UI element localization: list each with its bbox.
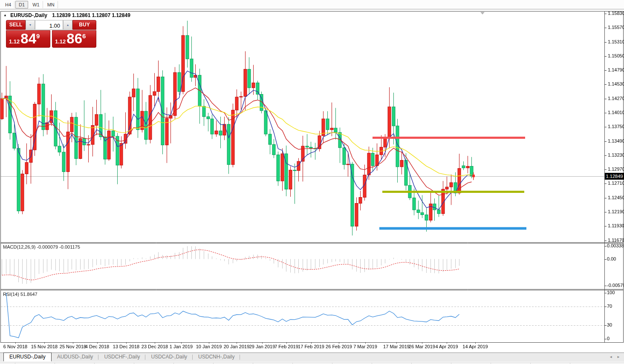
price-axis-tick: 1.12970 xyxy=(608,166,624,172)
sell-price-pip: 9 xyxy=(36,32,40,40)
tab-scroll-left-icon[interactable]: ◄ xyxy=(607,355,615,359)
price-axis-tick: 1.14010 xyxy=(608,110,624,115)
price-axis-tick: 1.13490 xyxy=(608,138,624,143)
date-axis-tick: 10 Jan 2019 xyxy=(196,344,222,349)
sell-price-prefix: 1.12 xyxy=(9,38,20,46)
price-axis-tick: 1.11930 xyxy=(608,223,624,228)
price-axis-tick: 1.11670 xyxy=(608,238,624,243)
date-axis-tick: 20 Jan 2019 xyxy=(224,344,250,349)
macd-axis-tick: 0.003387 xyxy=(607,243,624,248)
volume-decrease-button[interactable]: ▼ xyxy=(26,20,35,30)
timeframe-button-w1[interactable]: W1 xyxy=(29,1,43,9)
chart-canvas[interactable] xyxy=(0,0,624,364)
price-axis-tick: 1.15050 xyxy=(608,53,624,58)
terminal-window: H4 D1 W1 MN ▲ EURUSD-,Daily 1.12839 1.12… xyxy=(0,0,624,364)
price-axis-tick: 1.15570 xyxy=(608,25,624,30)
rsi-axis-tick: 100 xyxy=(607,290,615,295)
sell-price-box[interactable]: 1.12 84 9 xyxy=(6,30,50,48)
sell-button[interactable]: SELL xyxy=(6,20,26,30)
chart-title: ▲ EURUSD-,Daily 1.12839 1.12861 1.12807 … xyxy=(3,12,130,18)
price-axis-tick: 1.12190 xyxy=(608,209,624,214)
bottom-strip xyxy=(0,362,624,364)
chevron-down-icon: ▼ xyxy=(29,23,32,26)
tab-scroll-nav: ◄► xyxy=(607,355,622,359)
current-price-badge: 1.12849 xyxy=(605,173,624,180)
volume-increase-button[interactable]: ▲ xyxy=(63,20,72,30)
date-axis-tick: 17 Mar 2019 xyxy=(383,344,410,349)
date-axis-tick: 23 Dec 2018 xyxy=(142,344,168,349)
timeframe-toolbar: H4 D1 W1 MN xyxy=(0,0,624,9)
date-axis-tick: 29 Jan 2019 xyxy=(249,344,275,349)
buy-price-pip: 6 xyxy=(82,32,86,40)
date-axis-tick: 7 Mar 2019 xyxy=(353,344,377,349)
price-axis-tick: 1.13230 xyxy=(608,152,624,158)
tab-usdcnh[interactable]: USDCNH-,Daily xyxy=(193,353,240,361)
rsi-indicator-label: RSI(14) 51.8647 xyxy=(3,292,38,297)
timeframe-button-d1[interactable]: D1 xyxy=(15,1,28,9)
price-axis-tick: 1.12710 xyxy=(608,181,624,186)
buy-price-big: 86 xyxy=(66,32,82,46)
date-axis-tick: 1 Jan 2019 xyxy=(170,344,193,349)
price-axis-tick: 1.12450 xyxy=(608,195,624,200)
volume-input[interactable] xyxy=(35,20,63,30)
tab-usdcad[interactable]: USDCAD-,Daily xyxy=(145,353,193,361)
date-axis-tick: 4 Dec 2018 xyxy=(85,344,109,349)
chart-tab-bar: EURUSD-,Daily AUDUSD-,Daily USDCHF-,Dail… xyxy=(0,353,624,361)
date-axis-tick: 6 Nov 2018 xyxy=(3,344,27,349)
date-axis-tick: 25 Nov 2018 xyxy=(60,344,86,349)
buy-price-box[interactable]: 1.12 86 6 xyxy=(52,30,96,48)
price-axis-tick: 1.15310 xyxy=(608,39,624,44)
price-axis-tick: 1.14790 xyxy=(608,67,624,72)
date-axis-tick: 26 Mar 2019 xyxy=(409,344,435,349)
price-axis-tick: 1.15830 xyxy=(608,11,624,16)
date-axis-tick: 13 Dec 2018 xyxy=(113,344,139,349)
chart-shift-marker-icon[interactable] xyxy=(480,12,485,14)
tab-usdchf[interactable]: USDCHF-,Daily xyxy=(98,353,145,361)
rsi-axis-tick: 70 xyxy=(607,304,612,309)
chart-ohlc-quote: 1.12839 1.12861 1.12807 1.12849 xyxy=(52,12,130,18)
tab-eurusd[interactable]: EURUSD-,Daily xyxy=(3,353,52,361)
price-axis-tick: 1.14270 xyxy=(608,96,624,101)
rsi-axis-tick: 0 xyxy=(607,336,610,341)
date-axis-tick: 15 Nov 2018 xyxy=(31,344,58,349)
macd-axis-tick: 0.00 xyxy=(607,256,616,261)
macd-indicator-label: MACD(12,26,9) -0.000079 -0.001175 xyxy=(3,244,80,249)
price-axis-tick: 1.13750 xyxy=(608,124,624,129)
collapse-icon[interactable]: ▲ xyxy=(3,13,7,17)
buy-button[interactable]: BUY xyxy=(72,20,96,30)
macd-axis-tick: -0.00576 xyxy=(607,283,624,288)
price-axis-tick: 1.14530 xyxy=(608,81,624,86)
rsi-axis-tick: 30 xyxy=(607,322,612,327)
date-axis-tick: 14 Apr 2019 xyxy=(462,344,488,349)
date-axis-tick: 7 Feb 2019 xyxy=(274,344,298,349)
timeframe-button-h4[interactable]: H4 xyxy=(2,1,14,9)
tab-audusd[interactable]: AUDUSD-,Daily xyxy=(52,353,99,361)
timeframe-button-mn[interactable]: MN xyxy=(44,1,58,9)
chart-symbol-label: EURUSD-,Daily xyxy=(10,12,47,18)
chevron-up-icon: ▲ xyxy=(66,23,69,26)
date-axis-tick: 26 Feb 2019 xyxy=(326,344,352,349)
date-axis-tick: 17 Feb 2019 xyxy=(298,344,324,349)
date-axis-tick: 4 Apr 2019 xyxy=(435,344,458,349)
buy-price-prefix: 1.12 xyxy=(55,38,66,46)
sell-price-big: 84 xyxy=(20,32,36,46)
tab-scroll-right-icon[interactable]: ► xyxy=(615,355,622,359)
